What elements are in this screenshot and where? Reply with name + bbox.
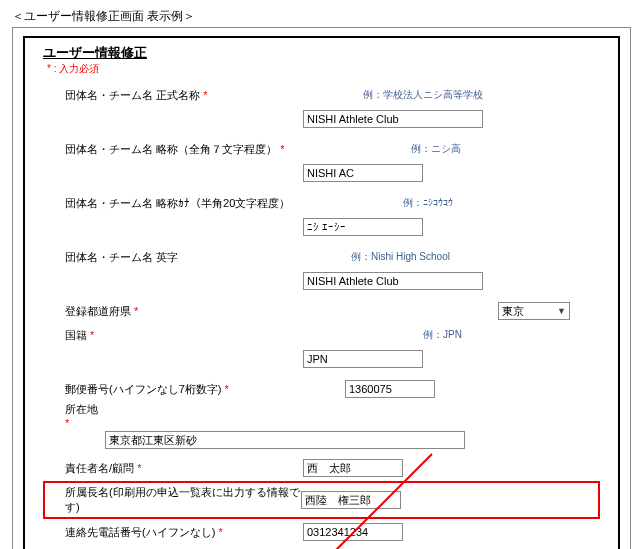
chevron-down-icon: ▼: [557, 306, 566, 316]
form-title: ユーザー情報修正: [43, 45, 147, 60]
abbr-label: 団体名・チーム名 略称（全角７文字程度）: [65, 143, 277, 155]
head-row-highlight: 所属長名(印刷用の申込一覧表に出力する情報です) 西陸 権三郎: [43, 481, 600, 519]
pref-select[interactable]: 東京 ▼: [498, 302, 570, 320]
tel-input[interactable]: 0312341234: [303, 523, 403, 541]
address-label: 所在地: [65, 403, 98, 415]
asterisk-icon: *: [218, 526, 222, 538]
required-note: * : 入力必須: [47, 63, 99, 74]
nat-input[interactable]: JPN: [303, 350, 423, 368]
nat-label: 国籍: [65, 329, 87, 341]
head-input[interactable]: 西陸 権三郎: [301, 491, 401, 509]
manager-input[interactable]: 西 太郎: [303, 459, 403, 477]
user-edit-form: ユーザー情報修正 * : 入力必須 団体名・チーム名 正式名称 * 例：学校法人…: [23, 36, 620, 549]
org-name-example: 例：学校法人ニシ高等学校: [363, 89, 483, 100]
org-name-label: 団体名・チーム名 正式名称: [65, 89, 200, 101]
address-input[interactable]: 東京都江東区新砂: [105, 431, 465, 449]
asterisk-icon: *: [90, 329, 94, 341]
abbr-kana-label: 団体名・チーム名 略称ｶﾅ（半角20文字程度）: [65, 197, 290, 209]
nat-example: 例：JPN: [423, 329, 462, 340]
manager-label: 責任者名/顧問: [65, 462, 134, 474]
eng-label: 団体名・チーム名 英字: [65, 251, 178, 263]
pref-select-value: 東京: [502, 304, 524, 319]
zip-input[interactable]: 1360075: [345, 380, 435, 398]
asterisk-icon: *: [137, 462, 141, 474]
zip-label: 郵便番号(ハイフンなし7桁数字): [65, 383, 221, 395]
user-edit-outer-box: ユーザー情報修正 * : 入力必須 団体名・チーム名 正式名称 * 例：学校法人…: [12, 27, 631, 549]
pref-label: 登録都道府県: [65, 305, 131, 317]
head-label: 所属長名(印刷用の申込一覧表に出力する情報です): [65, 486, 300, 513]
eng-input[interactable]: NISHI Athlete Club: [303, 272, 483, 290]
abbr-input[interactable]: NISHI AC: [303, 164, 423, 182]
asterisk-icon: *: [280, 143, 284, 155]
abbr-kana-example: 例：ﾆｼｺｳｺｳ: [403, 197, 453, 208]
abbr-kana-input[interactable]: ﾆｼ ｴｰｼｰ: [303, 218, 423, 236]
asterisk-icon: *: [134, 305, 138, 317]
org-name-input[interactable]: NISHI Athlete Club: [303, 110, 483, 128]
abbr-example: 例：ニシ高: [411, 143, 461, 154]
eng-example: 例：Nishi High School: [351, 251, 450, 262]
asterisk-icon: *: [203, 89, 207, 101]
user-edit-section-caption: ＜ユーザー情報修正画面 表示例＞: [12, 8, 631, 25]
asterisk-icon: *: [225, 383, 229, 395]
asterisk-icon: *: [65, 417, 69, 429]
tel-label: 連絡先電話番号(ハイフンなし): [65, 526, 215, 538]
